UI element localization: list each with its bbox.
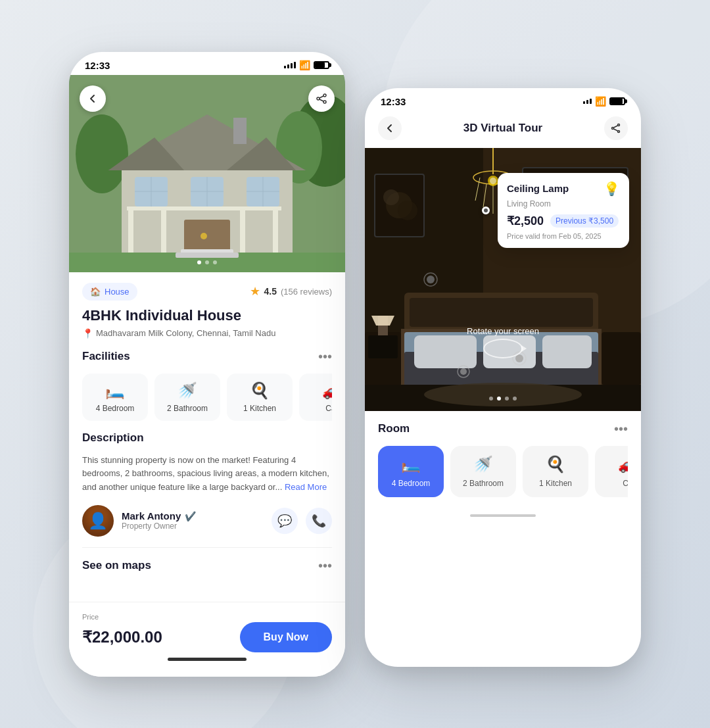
room-car-label: Ca xyxy=(623,479,628,488)
svg-point-35 xyxy=(618,130,620,132)
buy-now-button[interactable]: Buy Now xyxy=(240,622,332,652)
right-phone: 12:33 📶 3D Virtual Tour xyxy=(365,88,641,667)
home-indicator xyxy=(168,658,247,661)
facility-bathroom: 🚿 2 Bathroom xyxy=(154,374,220,421)
see-on-map-title: See on maps xyxy=(82,559,151,572)
room-card-kitchen[interactable]: 🍳 1 Kitchen xyxy=(523,446,588,497)
room-card-car[interactable]: 🚗 Ca xyxy=(595,446,628,497)
owner-role: Property Owner xyxy=(122,522,272,531)
owner-name: Mark Antony xyxy=(122,510,181,522)
vt-back-button[interactable] xyxy=(378,116,402,140)
read-more-button[interactable]: Read More xyxy=(285,482,327,492)
room-bedroom-icon: 🛏️ xyxy=(401,455,421,473)
phone-button[interactable]: 📞 xyxy=(306,508,332,534)
room-more-button[interactable]: ••• xyxy=(614,422,628,437)
hero-back-button[interactable] xyxy=(80,85,106,112)
car-icon: 🚗 xyxy=(322,381,332,400)
svg-rect-9 xyxy=(161,206,166,253)
rating-area: ★ 4.5 (156 reviews) xyxy=(250,284,333,299)
svg-rect-23 xyxy=(201,233,207,239)
price-row: ₹22,000.00 Buy Now xyxy=(82,622,332,652)
share-icon xyxy=(316,93,327,105)
dot-2 xyxy=(205,260,209,264)
bathroom-icon: 🚿 xyxy=(178,381,197,400)
room-bedroom-label: 4 Bedroom xyxy=(392,479,431,488)
phones-container: 12:33 📶 xyxy=(69,52,641,677)
bedroom-view: Ceiling Lamp 💡 Living Room ₹2,500 Previo… xyxy=(365,148,641,411)
vt-nav-dots xyxy=(489,397,517,400)
right-time: 12:33 xyxy=(381,96,406,107)
vt-title: 3D Virtual Tour xyxy=(463,122,542,135)
see-on-map-section: See on maps ••• xyxy=(82,558,332,573)
room-kitchen-icon: 🍳 xyxy=(546,455,565,473)
chat-button[interactable]: 💬 xyxy=(272,508,298,534)
tooltip-header: Ceiling Lamp 💡 xyxy=(507,181,620,197)
tooltip-room: Living Room xyxy=(507,199,620,208)
room-kitchen-label: 1 Kitchen xyxy=(539,479,572,488)
svg-point-81 xyxy=(460,368,467,375)
review-count: (156 reviews) xyxy=(281,287,332,297)
hero-image xyxy=(69,75,345,272)
rotate-hint-text: Rotate your screen xyxy=(467,326,539,336)
svg-rect-11 xyxy=(273,206,278,253)
vt-back-arrow-icon xyxy=(385,123,395,133)
tooltip-price: ₹2,500 xyxy=(507,214,544,228)
svg-rect-66 xyxy=(602,332,641,385)
bathroom-label: 2 Bathroom xyxy=(167,404,208,413)
house-badge-icon: 🏠 xyxy=(90,287,101,297)
vt-share-button[interactable] xyxy=(604,116,628,140)
facilities-title: Facilities xyxy=(82,350,130,363)
tooltip-price-row: ₹2,500 Previous ₹3,500 xyxy=(507,214,620,228)
svg-rect-68 xyxy=(410,298,593,327)
room-title: Room xyxy=(378,422,410,435)
image-pagination-dots xyxy=(197,260,217,264)
facility-car: 🚗 Car xyxy=(299,374,332,421)
hero-share-button[interactable] xyxy=(308,85,335,112)
owner-avatar: 👤 xyxy=(82,505,114,537)
svg-rect-8 xyxy=(128,206,133,253)
right-status-icons: 📶 xyxy=(583,96,625,107)
left-battery-icon xyxy=(314,61,329,69)
tooltip-product-name: Ceiling Lamp xyxy=(507,183,569,194)
bedroom-label: 4 Bedroom xyxy=(96,404,135,413)
owner-name-row: Mark Antony ✔️ xyxy=(122,510,272,522)
vt-dot-3 xyxy=(505,397,509,400)
rating-value: 4.5 xyxy=(264,286,277,297)
vt-share-icon xyxy=(611,123,621,133)
description-text: This stunning property is now on the mar… xyxy=(82,454,332,495)
svg-line-31 xyxy=(320,96,323,98)
left-time: 12:33 xyxy=(85,60,110,71)
dot-3 xyxy=(213,260,217,264)
bottom-bar: Price ₹22,000.00 Buy Now xyxy=(69,602,345,677)
property-meta-row: 🏠 House ★ 4.5 (156 reviews) xyxy=(82,283,332,301)
svg-point-1 xyxy=(76,114,128,193)
verified-icon: ✔️ xyxy=(185,511,196,522)
see-on-map-more[interactable]: ••• xyxy=(318,558,332,573)
vt-dot-4 xyxy=(513,397,517,400)
svg-rect-24 xyxy=(233,118,247,144)
car-label: Car xyxy=(325,404,332,413)
svg-point-33 xyxy=(618,124,620,126)
room-card-bedroom[interactable]: 🛏️ 4 Bedroom xyxy=(378,446,444,497)
right-battery-icon xyxy=(609,97,625,105)
contact-buttons: 💬 📞 xyxy=(272,508,332,534)
back-arrow-icon xyxy=(87,93,99,105)
tooltip-lamp-icon: 💡 xyxy=(604,181,620,197)
svg-rect-63 xyxy=(368,335,398,358)
facilities-more-button[interactable]: ••• xyxy=(318,349,332,364)
property-type-label: House xyxy=(105,287,130,297)
kitchen-label: 1 Kitchen xyxy=(243,404,276,413)
facility-bedroom: 🛏️ 4 Bedroom xyxy=(82,374,148,421)
owner-info: Mark Antony ✔️ Property Owner xyxy=(122,510,272,531)
svg-rect-74 xyxy=(542,335,592,368)
svg-line-32 xyxy=(320,99,323,101)
right-wifi-icon: 📶 xyxy=(595,96,606,107)
property-type-badge: 🏠 House xyxy=(82,283,137,301)
facility-kitchen: 🍳 1 Kitchen xyxy=(227,374,293,421)
svg-point-30 xyxy=(323,101,326,103)
tooltip-anchor-dot xyxy=(482,206,490,214)
svg-rect-27 xyxy=(176,253,239,258)
room-card-bathroom[interactable]: 🚿 2 Bathroom xyxy=(450,446,516,497)
facilities-grid: 🛏️ 4 Bedroom 🚿 2 Bathroom 🍳 1 Kitchen 🚗 … xyxy=(82,374,332,421)
left-wifi-icon: 📶 xyxy=(299,60,310,70)
